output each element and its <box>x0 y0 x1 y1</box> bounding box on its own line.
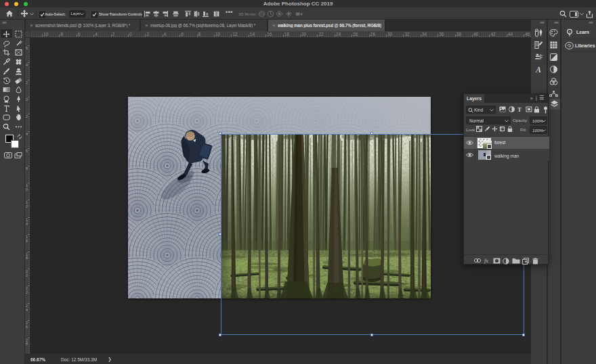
svg-text:A: A <box>535 65 541 74</box>
